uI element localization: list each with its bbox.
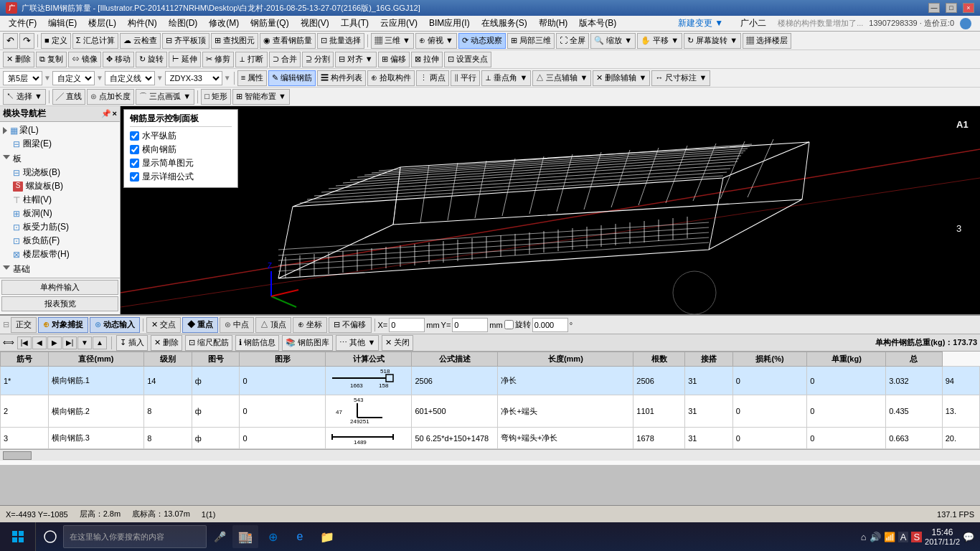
floor-selector[interactable]: 第5层 [3,71,42,85]
checkbox-horizontal-bar[interactable]: 水平纵筋 [130,130,232,142]
tray-notification-icon[interactable]: 💬 [963,532,974,542]
menu-guangxiao[interactable]: 广小二 [735,16,772,31]
btn-rect[interactable]: □ 矩形 [201,89,231,105]
nav-up-btn[interactable]: ▲ [93,336,107,349]
minimize-button[interactable]: — [928,3,940,13]
menu-help[interactable]: 帮助(H) [533,16,574,31]
btn-close-steel[interactable]: ✕ 关闭 [382,335,413,351]
btn-move[interactable]: ✥ 移动 [103,52,134,67]
sidebar-item-ring-beam[interactable]: ⊟ 圈梁(E) [1,137,118,151]
checkbox-simple-element[interactable]: 显示简单图元 [130,157,232,169]
btn-point-extend[interactable]: ⊙ 点加长度 [87,89,134,105]
btn-delete-row[interactable]: ✕ 删除 [151,335,182,351]
taskbar-folder[interactable]: 📁 [314,525,340,548]
menu-tools[interactable]: 工具(T) [335,16,374,31]
btn-extend[interactable]: ⊢ 延伸 [169,52,201,67]
btn-dynamic-observe[interactable]: ⟳ 动态观察 [458,33,506,49]
btn-center[interactable]: ⊙ 中点 [220,317,254,333]
btn-no-offset[interactable]: ⊟ 不偏移 [329,317,371,333]
nav-prev-btn[interactable]: ◀ [32,336,47,349]
taskbar-ie[interactable]: e [287,525,313,548]
btn-coord[interactable]: ⊕ 坐标 [293,317,327,333]
btn-break[interactable]: ⊥ 打断 [235,52,267,67]
sidebar-item-floor-band[interactable]: ⊠楼层板带(H) [1,248,118,261]
btn-trim[interactable]: ✂ 修剪 [202,52,234,67]
nav-down-btn[interactable]: ▼ [77,336,92,349]
menu-cloud[interactable]: 云应用(V) [374,16,423,31]
btn-set-grip[interactable]: ⊡ 设置夹点 [444,52,491,67]
btn-stretch[interactable]: ⊠ 拉伸 [411,52,443,67]
btn-redo[interactable]: ↷ [19,33,34,49]
btn-perp-angle[interactable]: ⊥ 垂点角 ▼ [481,70,531,86]
btn-steel-lib[interactable]: 📚 钢筋图库 [282,335,333,351]
taskbar-app-store[interactable]: 🏬 [232,525,258,548]
btn-top-view[interactable]: ⊕ 俯视 ▼ [415,33,457,49]
menu-floor[interactable]: 楼层(L) [83,16,122,31]
sidebar-item-slab-bar[interactable]: ⊡板受力筋(S) [1,220,118,234]
single-component-input-btn[interactable]: 单构件输入 [1,280,118,295]
menu-version[interactable]: 版本号(B) [573,16,622,31]
horizontal-bar-check[interactable] [130,131,139,141]
btn-3d[interactable]: ▦ 三维 ▼ [371,33,414,49]
sidebar-item-cast-slab[interactable]: ⊟现浇板(B) [1,166,118,179]
sidebar-item-slab-hole[interactable]: ⊞板洞(N) [1,207,118,220]
menu-modify[interactable]: 修改(M) [203,16,245,31]
btn-steel-info[interactable]: ℹ 钢筋信息 [235,335,279,351]
btn-define[interactable]: ■ 定义 [41,33,71,49]
btn-insert-row[interactable]: ↧ 插入 [116,335,148,351]
btn-align[interactable]: ⊟ 对齐 ▼ [335,52,377,67]
btn-zoom[interactable]: 🔍 缩放 ▼ [590,33,636,49]
menu-edit[interactable]: 编辑(E) [42,16,83,31]
checkbox-detail-formula[interactable]: 显示详细公式 [130,171,232,183]
sidebar-item-slab-neg[interactable]: ⊡板负筋(F) [1,234,118,248]
btn-del-aux[interactable]: ✕ 删除辅轴 ▼ [593,70,650,86]
btn-view-steel[interactable]: ◉ 查看钢筋量 [260,33,316,49]
table-row[interactable]: 3 横向钢筋.3 8 ф 0 1489 50 6.25*d+150+1478 [1,428,980,449]
btn-level-top[interactable]: ⊟ 齐平板顶 [162,33,209,49]
btn-fullscreen[interactable]: ⛶ 全屏 [556,33,589,49]
btn-cloud-check[interactable]: ☁ 云检查 [120,33,161,49]
btn-smart-layout[interactable]: ⊞ 智能布置 ▼ [232,89,290,105]
btn-pick-component[interactable]: ⊕ 拾取构件 [367,70,415,86]
menu-draw[interactable]: 绘图(D) [163,16,204,31]
y-input[interactable] [452,318,488,332]
menu-file[interactable]: 文件(F) [3,16,42,31]
menu-online[interactable]: 在线服务(S) [476,16,533,31]
maximize-button[interactable]: □ [946,3,957,13]
report-preview-btn[interactable]: 报表预览 [1,296,118,311]
btn-pan[interactable]: ✋ 平移 ▼ [637,33,682,49]
sidebar-item-column-cap[interactable]: ⊤柱帽(V) [1,193,118,207]
sidebar-pin-icon[interactable]: 📌 [101,109,111,118]
btn-split[interactable]: ⊇ 分割 [302,52,334,67]
menu-steel-qty[interactable]: 钢筋量(Q) [245,16,294,31]
x-input[interactable] [389,318,425,332]
menu-component[interactable]: 构件(N) [122,16,163,31]
btn-3point-aux[interactable]: △ 三点辅轴 ▼ [532,70,591,86]
taskbar-search-bar[interactable]: 在这里输入你要搜索的内容 [63,525,207,548]
sidebar-item-spiral-slab[interactable]: S螺旋板(B) [1,179,118,193]
btn-object-snap[interactable]: ⊕ 对象捕捉 [38,317,88,333]
nav-first-btn[interactable]: |◀ [17,336,32,349]
type-selector[interactable]: 自定义 [52,71,95,85]
btn-dynamic-input[interactable]: ⊙ 动态输入 [90,317,140,333]
btn-copy[interactable]: ⧉ 复制 [36,52,67,67]
btn-find-element[interactable]: ⊞ 查找图元 [211,33,258,49]
btn-line[interactable]: ╱ 直线 [52,89,85,105]
table-row[interactable]: 1* 横向钢筋.1 14 ф 0 1663 158 518 [1,367,980,395]
scroll-thumb[interactable] [3,451,32,460]
btn-ortho[interactable]: 正交 [11,317,37,333]
btn-delete[interactable]: ✕ 删除 [3,52,34,67]
btn-offset[interactable]: ⊞ 偏移 [378,52,410,67]
taskbar-search-icon[interactable] [39,525,62,548]
btn-parallel[interactable]: ∥ 平行 [451,70,480,86]
btn-rotate[interactable]: ↻ 旋转 [136,52,167,67]
btn-edit-steel[interactable]: ✎ 编辑钢筋 [268,70,316,86]
btn-component-list[interactable]: ☰ 构件列表 [317,70,366,86]
btn-local-3d[interactable]: ⊞ 局部三维 [507,33,555,49]
btn-intersection[interactable]: ✕ 交点 [146,317,181,333]
btn-screen-rotate[interactable]: ↻ 屏幕旋转 ▼ [684,33,741,49]
line-type-selector[interactable]: 自定义线 [105,71,155,85]
tray-ime-a[interactable]: A [898,532,909,542]
btn-sum[interactable]: Σ 汇总计算 [72,33,118,49]
btn-undo[interactable]: ↶ [3,33,18,49]
